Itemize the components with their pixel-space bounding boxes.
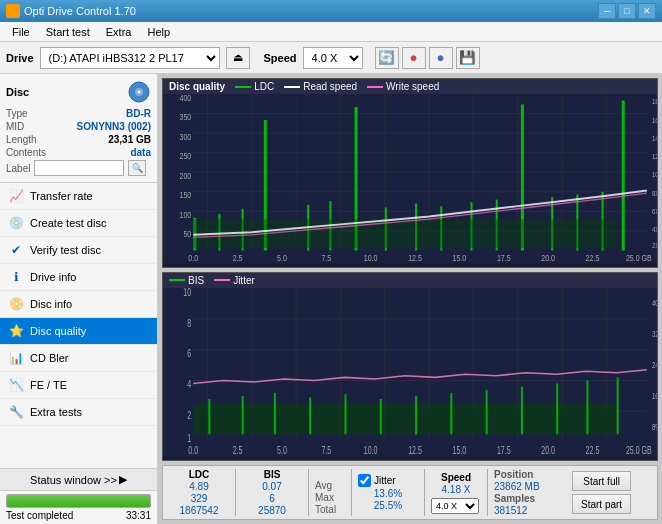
start-full-button[interactable]: Start full (572, 471, 631, 491)
svg-text:6: 6 (187, 347, 191, 359)
divider-1 (235, 469, 236, 516)
svg-text:2X: 2X (652, 241, 657, 249)
position-header: Position (494, 469, 566, 480)
svg-rect-54 (622, 101, 625, 251)
svg-text:5.0: 5.0 (277, 253, 287, 263)
status-text-row: Test completed 33:31 (6, 510, 151, 521)
ldc-color (235, 86, 251, 88)
start-buttons: Start full Start part (572, 471, 631, 514)
sidebar-item-verify-test-disc[interactable]: ✔ Verify test disc (0, 237, 157, 264)
chart-bottom-area: 10 8 6 4 2 1 40% 32% 24% 16% 8% (163, 288, 657, 458)
jitter-checkbox[interactable] (358, 474, 371, 487)
svg-text:24%: 24% (652, 359, 657, 370)
sidebar-item-disc-info[interactable]: 📀 Disc info (0, 291, 157, 318)
svg-rect-55 (193, 219, 616, 248)
read-color (284, 86, 300, 88)
sidebar-item-disc-quality[interactable]: ⭐ Disc quality (0, 318, 157, 345)
svg-text:7.5: 7.5 (321, 253, 331, 263)
nav-label-verify-test-disc: Verify test disc (30, 244, 101, 256)
disc-quality-icon: ⭐ (8, 323, 24, 339)
svg-text:10.0: 10.0 (364, 444, 378, 456)
svg-text:15.0: 15.0 (453, 253, 467, 263)
svg-rect-101 (450, 392, 452, 434)
svg-text:250: 250 (179, 151, 191, 161)
bis-avg-val: 0.07 (242, 481, 302, 492)
blue-disc-button[interactable]: ● (429, 47, 453, 69)
jitter-checkbox-row: Jitter (358, 474, 418, 487)
minimize-button[interactable]: ─ (598, 3, 616, 19)
legend-write-label: Write speed (386, 81, 439, 92)
jitter-avg-val: 13.6% (358, 488, 418, 499)
nav-label-transfer-rate: Transfer rate (30, 190, 93, 202)
maximize-button[interactable]: □ (618, 3, 636, 19)
nav-label-disc-quality: Disc quality (30, 325, 86, 337)
start-part-button[interactable]: Start part (572, 494, 631, 514)
svg-text:25.0 GB: 25.0 GB (626, 253, 652, 263)
svg-text:150: 150 (179, 190, 191, 200)
speed-select-stats[interactable]: 4.0 X (431, 498, 479, 514)
write-color (367, 86, 383, 88)
sidebar-item-fe-te[interactable]: 📉 FE / TE (0, 372, 157, 399)
sidebar-item-extra-tests[interactable]: 🔧 Extra tests (0, 399, 157, 426)
menu-start-test[interactable]: Start test (38, 24, 98, 40)
svg-text:20.0: 20.0 (541, 444, 555, 456)
svg-text:200: 200 (179, 171, 191, 181)
stats-position: Position 23862 MB Samples 381512 (494, 469, 566, 516)
refresh-button[interactable]: 🔄 (375, 47, 399, 69)
legend-ldc: LDC (235, 81, 274, 92)
save-button[interactable]: 💾 (456, 47, 480, 69)
label-input[interactable] (34, 160, 124, 176)
bis-color (169, 279, 185, 281)
chart-top-area: 400 350 300 250 200 150 100 50 18X 16X 1… (163, 94, 657, 264)
menubar: File Start test Extra Help (0, 22, 662, 42)
contents-value: data (130, 147, 151, 158)
progress-container: Test completed 33:31 (0, 491, 157, 524)
drive-select[interactable]: (D:) ATAPI iHBS312 2 PL17 (40, 47, 220, 69)
svg-text:100: 100 (179, 210, 191, 220)
menu-extra[interactable]: Extra (98, 24, 140, 40)
create-test-disc-icon: 💿 (8, 215, 24, 231)
sidebar-item-cd-bler[interactable]: 📊 CD Bler (0, 345, 157, 372)
speed-select[interactable]: 4.0 X (303, 47, 363, 69)
svg-rect-100 (415, 395, 417, 434)
svg-rect-93 (193, 403, 616, 434)
transfer-rate-icon: 📈 (8, 188, 24, 204)
sidebar-item-transfer-rate[interactable]: 📈 Transfer rate (0, 183, 157, 210)
svg-text:25.0 GB: 25.0 GB (626, 444, 652, 456)
svg-text:16X: 16X (652, 116, 657, 124)
menu-file[interactable]: File (4, 24, 38, 40)
legend-write: Write speed (367, 81, 439, 92)
menu-help[interactable]: Help (139, 24, 178, 40)
sidebar-item-create-test-disc[interactable]: 💿 Create test disc (0, 210, 157, 237)
jitter-label: Jitter (374, 475, 396, 486)
content-area: Disc quality LDC Read speed Write speed (158, 74, 662, 524)
app-title: Opti Drive Control 1.70 (24, 5, 136, 17)
sidebar-item-drive-info[interactable]: ℹ Drive info (0, 264, 157, 291)
svg-text:32%: 32% (652, 329, 657, 340)
red-disc-button[interactable]: ● (402, 47, 426, 69)
svg-text:0.0: 0.0 (188, 253, 198, 263)
chart-bottom: BIS Jitter (162, 272, 658, 462)
legend-read: Read speed (284, 81, 357, 92)
svg-rect-105 (586, 380, 588, 434)
svg-rect-97 (309, 397, 311, 434)
eject-button[interactable]: ⏏ (226, 47, 250, 69)
label-search-button[interactable]: 🔍 (128, 160, 146, 176)
svg-text:18X: 18X (652, 98, 657, 106)
status-window-button[interactable]: Status window >> ▶ (0, 469, 157, 491)
legend-read-label: Read speed (303, 81, 357, 92)
svg-text:10: 10 (183, 288, 191, 298)
nav-items: 📈 Transfer rate 💿 Create test disc ✔ Ver… (0, 183, 157, 468)
stats-row-labels: Avg Max Total (315, 470, 345, 515)
close-button[interactable]: ✕ (638, 3, 656, 19)
svg-text:10.0: 10.0 (364, 253, 378, 263)
svg-text:1: 1 (187, 432, 191, 444)
mid-value: SONYNN3 (002) (77, 121, 151, 132)
svg-text:8X: 8X (652, 189, 657, 197)
disc-svg-icon (127, 80, 151, 104)
speed-header: Speed (431, 472, 481, 483)
ldc-avg-val: 4.89 (169, 481, 229, 492)
svg-text:400: 400 (179, 94, 191, 103)
nav-label-extra-tests: Extra tests (30, 406, 82, 418)
svg-text:12.5: 12.5 (408, 253, 422, 263)
